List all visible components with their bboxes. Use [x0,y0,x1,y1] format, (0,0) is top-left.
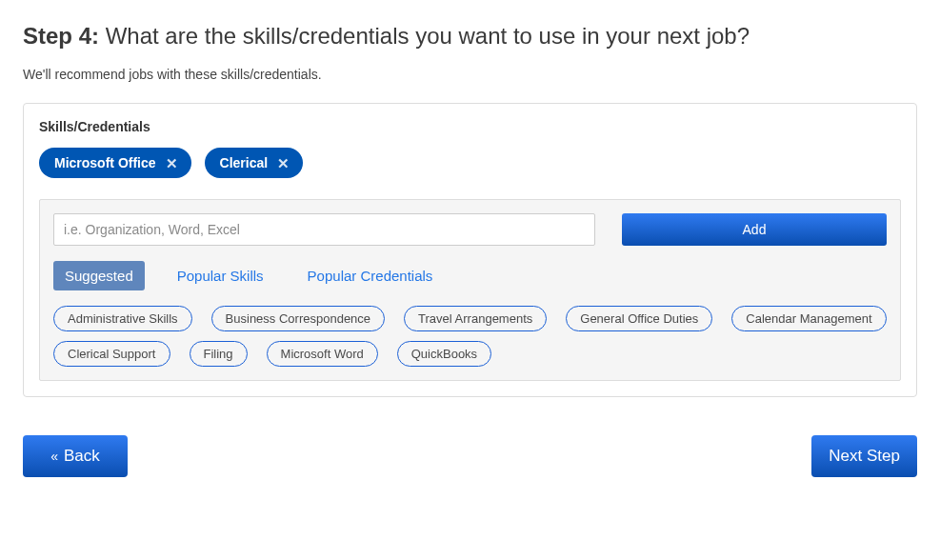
suggestion-chip[interactable]: Microsoft Word [267,341,378,367]
chevron-left-icon: « [50,450,58,463]
step-question: What are the skills/credentials you want… [106,23,750,49]
skill-input[interactable] [53,213,595,246]
suggestion-chip[interactable]: Filing [190,341,248,367]
add-button[interactable]: Add [622,213,887,246]
suggestion-chip[interactable]: General Office Duties [566,306,712,331]
tag-label: Microsoft Office [54,155,156,170]
suggestion-chip[interactable]: Clerical Support [53,341,170,367]
suggestion-chip[interactable]: Administrative Skills [53,306,192,331]
tabs: Suggested Popular Skills Popular Credent… [53,261,887,290]
suggestions-list: Administrative Skills Business Correspon… [53,306,887,367]
nav-buttons: « Back Next Step [23,435,917,477]
tag-label: Clerical [220,155,269,170]
back-button[interactable]: « Back [23,435,128,477]
next-step-button[interactable]: Next Step [811,435,917,477]
page-heading: Step 4: What are the skills/credentials … [23,23,917,50]
next-label: Next Step [829,447,900,466]
tab-popular-credentials[interactable]: Popular Credentials [296,261,445,290]
close-icon[interactable]: ✕ [277,156,290,170]
selected-tag[interactable]: Clerical ✕ [205,148,304,178]
suggestion-chip[interactable]: Travel Arrangements [404,306,547,331]
step-label: Step 4: [23,23,99,49]
back-label: Back [64,447,100,466]
suggestion-chip[interactable]: Calendar Management [731,306,886,331]
skills-card: Skills/Credentials Microsoft Office ✕ Cl… [23,103,917,397]
tab-suggested[interactable]: Suggested [53,261,145,290]
suggestion-chip[interactable]: Business Correspondence [211,306,385,331]
tab-popular-skills[interactable]: Popular Skills [166,261,275,290]
page-subtitle: We'll recommend jobs with these skills/c… [23,67,917,82]
selected-tags: Microsoft Office ✕ Clerical ✕ [39,148,901,178]
selected-tag[interactable]: Microsoft Office ✕ [39,148,191,178]
suggestion-panel: Add Suggested Popular Skills Popular Cre… [39,199,901,381]
suggestion-chip[interactable]: QuickBooks [397,341,491,367]
card-title: Skills/Credentials [39,119,901,134]
input-row: Add [53,213,887,246]
close-icon[interactable]: ✕ [166,156,178,170]
